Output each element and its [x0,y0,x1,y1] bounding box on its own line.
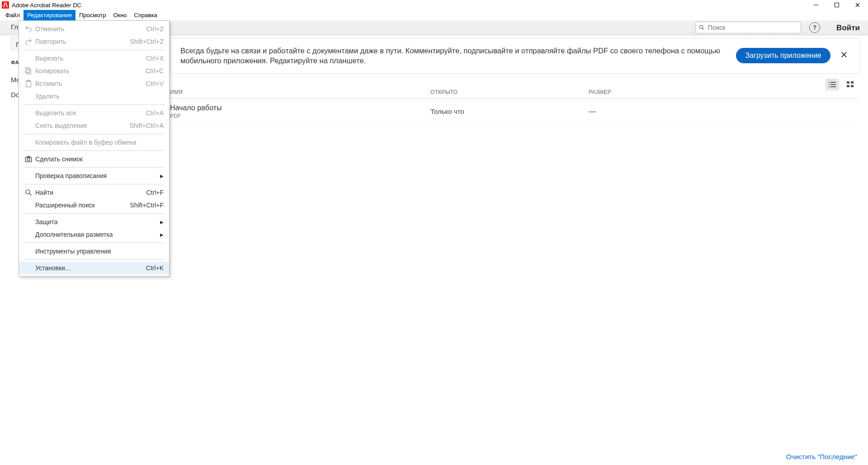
login-button[interactable]: Войти [831,21,865,35]
menu-item-повторить: ПовторитьShift+Ctrl+Z [19,35,169,48]
close-button[interactable] [847,0,868,10]
svg-rect-2 [835,3,839,7]
menu-item-label: Вырезать [33,55,146,62]
svg-rect-18 [851,85,854,87]
menu-item-label: Снять выделение [33,122,130,129]
redo-icon [24,38,33,46]
menu-separator [24,243,165,243]
menu-item-shortcut: Shift+Ctrl+A [130,122,164,129]
menu-item-label: Удалить [33,93,164,100]
minimize-button[interactable] [806,0,826,10]
main-area: Всегда будьте на связи и работайте с док… [170,35,868,465]
download-app-button[interactable]: Загрузить приложение [736,48,830,63]
svg-line-27 [29,193,32,196]
menu-item-найти[interactable]: НайтиCtrl+F [19,186,169,199]
list-view-button[interactable] [826,79,839,90]
maximize-button[interactable] [826,0,847,10]
menu-help[interactable]: Справка [131,10,161,20]
promo-banner: Всегда будьте на связи и работайте с док… [170,38,860,74]
menu-item-label: Копировать файл в буфер обмена [33,139,164,146]
titlebar: Adobe Acrobat Reader DC [0,0,868,10]
banner-close-button[interactable] [839,49,849,62]
menu-item-label: Расширенный поиск [33,202,130,209]
menu-item-shortcut: Ctrl+V [146,80,164,87]
menu-item-label: Выделить все [33,109,146,117]
menu-separator [24,184,165,184]
undo-icon [24,25,33,33]
menu-separator [24,150,165,151]
menu-item-label: Защита [33,218,156,225]
menu-item-shortcut: Shift+Ctrl+F [130,202,164,209]
menubar: Файл Редактирование Просмотр Окно Справк… [0,10,868,20]
table-row[interactable]: Начало работы PDF Только что — [170,99,858,125]
th-opened[interactable]: ОТКРЫТО [430,89,589,95]
th-size[interactable]: РАЗМЕР [589,89,858,95]
camera-icon [24,155,33,163]
menu-item-копировать-файл-в-буфер-обмена: Копировать файл в буфер обмена [19,136,169,149]
grid-view-button[interactable] [844,79,857,90]
menu-window[interactable]: Окно [109,10,130,20]
menu-item-label: Инструменты управления [33,248,164,255]
submenu-arrow-icon: ▶ [160,232,164,237]
submenu-arrow-icon: ▶ [160,174,164,178]
menu-item-вырезать: ВырезатьCtrl+X [19,52,169,65]
recent-table: ИМЯ ОТКРЫТО РАЗМЕР Начало работы PDF Тол… [170,89,858,125]
menu-item-защита[interactable]: Защита▶ [19,216,169,228]
help-button[interactable]: ? [809,22,820,33]
svg-rect-15 [847,81,849,84]
menu-item-вставить: ВставитьCtrl+V [19,77,169,90]
menu-item-label: Вставить [33,80,146,87]
menu-separator [24,50,165,50]
menu-item-инструменты-управления[interactable]: Инструменты управления [19,245,169,258]
menu-item-сделать-снимок[interactable]: Сделать снимок [19,153,169,165]
menu-item-удалить: Удалить [19,90,169,103]
menu-item-label: Дополнительная разметка [33,231,156,238]
menu-item-label: Копировать [33,67,146,75]
window-title: Adobe Acrobat Reader DC [12,2,81,9]
edit-menu-dropdown: ОтменитьCtrl+ZПовторитьShift+Ctrl+ZВырез… [19,20,170,277]
submenu-arrow-icon: ▶ [160,220,164,225]
menu-item-label: Повторить [33,38,130,45]
menu-item-shortcut: Ctrl+F [146,189,164,196]
paste-icon [24,80,33,88]
clear-recent-link[interactable]: Очистить "Последние" [786,453,857,460]
menu-item-label: Найти [33,189,146,196]
menu-item-расширенный-поиск[interactable]: Расширенный поискShift+Ctrl+F [19,199,169,211]
menu-item-снять-выделение: Снять выделениеShift+Ctrl+A [19,119,169,132]
menu-separator [24,213,165,214]
svg-rect-17 [847,85,849,87]
search-icon [24,188,33,197]
menu-item-shortcut: Ctrl+X [146,55,164,62]
menu-item-проверка-правописания[interactable]: Проверка правописания▶ [19,169,169,182]
file-opened: Только что [430,108,589,115]
search-icon [698,24,705,31]
th-name[interactable]: ИМЯ [170,89,430,95]
svg-rect-19 [27,69,31,74]
list-icon [828,81,837,88]
menu-item-выделить-все: Выделить всеCtrl+A [19,107,169,119]
menu-item-label: Установки... [33,264,146,272]
menu-file[interactable]: Файл [2,10,24,20]
menu-item-копировать: КопироватьCtrl+C [19,65,169,77]
file-ext: PDF [170,113,430,119]
menu-item-label: Проверка правописания [33,172,156,179]
menu-item-дополнительная-разметка[interactable]: Дополнительная разметка▶ [19,228,169,241]
file-title: Начало работы [170,104,430,112]
menu-item-label: Отменить [33,25,146,33]
menu-item-shortcut: Ctrl+K [146,264,164,272]
svg-line-6 [703,28,704,30]
search-input-wrap[interactable] [695,22,801,33]
search-input[interactable] [708,24,798,31]
menu-item-установки-[interactable]: Установки...Ctrl+K [19,262,169,274]
menu-edit[interactable]: Редактирование [24,10,75,20]
menu-separator [24,259,165,260]
grid-icon [846,81,854,88]
menu-separator [24,167,165,168]
menu-separator [24,104,165,105]
svg-point-24 [27,158,30,161]
svg-rect-16 [851,81,854,84]
svg-point-26 [26,190,30,194]
menu-item-отменить: ОтменитьCtrl+Z [19,23,169,35]
menu-item-label: Сделать снимок [33,155,164,163]
menu-view[interactable]: Просмотр [75,10,109,20]
